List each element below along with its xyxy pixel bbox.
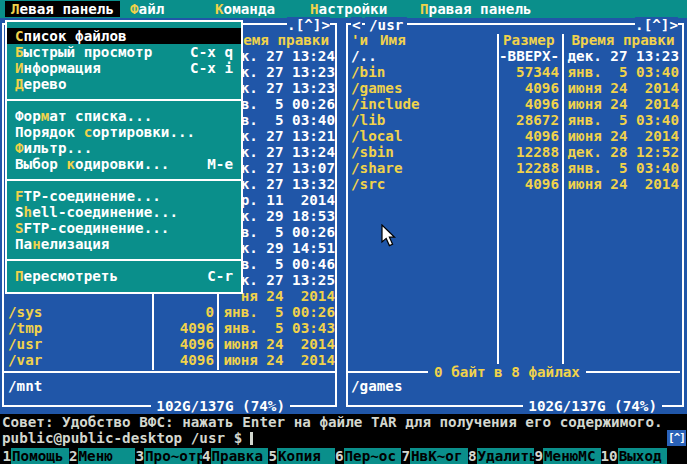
hotkey-letter: С xyxy=(15,28,24,44)
fkey-label: Меню xyxy=(78,448,136,464)
file-row[interactable]: /games4096июня 24 2014 xyxy=(343,80,687,96)
menu-item-shortcut: C-x q xyxy=(190,44,233,60)
menu-item[interactable]: Формат списка... xyxy=(7,108,241,124)
keybar-button-f6[interactable]: 6Пер~ос xyxy=(335,448,402,464)
menu-item[interactable]: Shell-соединение... xyxy=(7,204,241,220)
file-name: /local xyxy=(351,128,402,144)
menu-item[interactable]: SFTP-соединение... xyxy=(7,220,241,236)
keybar-button-f4[interactable]: 4Правка xyxy=(202,448,269,464)
fkey-number: 3 xyxy=(135,448,144,464)
column-header-mtime[interactable]: Время правки xyxy=(567,32,679,48)
file-row[interactable]: /var4096июня 24 2014 xyxy=(0,352,343,368)
file-row[interactable]: /src4096июня 24 2014 xyxy=(343,176,687,192)
fkey-number: 7 xyxy=(401,448,410,464)
file-size: 4096 xyxy=(154,320,214,336)
fkey-label: Пер~ос xyxy=(344,448,402,464)
file-size: 4096 xyxy=(154,352,214,368)
fkey-label: Правка xyxy=(211,448,269,464)
free-space-indicator: 102G/137G (74%) xyxy=(523,398,662,414)
command-line[interactable]: public@public-desktop /usr $ xyxy=(0,430,687,446)
menu-item[interactable]: Панелизация xyxy=(7,236,241,252)
function-key-bar: 1Помощь2Меню3Про~отр4Правка5Копия6Пер~ос… xyxy=(0,448,687,464)
keybar-button-f10[interactable]: 10Выход xyxy=(601,448,668,464)
file-row[interactable]: /sys0янв. 5 00:26 xyxy=(0,304,343,320)
file-name: /share xyxy=(351,160,402,176)
file-mtime: июня 24 2014 xyxy=(567,80,679,96)
menu-item[interactable]: Быстрый просмотрC-x q xyxy=(7,44,241,60)
menu-separator xyxy=(7,172,241,188)
menu-item-shortcut: C-x i xyxy=(190,60,233,76)
file-row[interactable]: /lib28672янв. 5 03:40 xyxy=(343,112,687,128)
file-name: /var xyxy=(8,352,42,368)
file-row[interactable]: /usr4096июня 24 2014 xyxy=(0,336,343,352)
right-file-panel: < /usr .[^]> 'и Имя Размер Время правки … xyxy=(343,18,687,414)
keybar-button-f2[interactable]: 2Меню xyxy=(69,448,136,464)
file-mtime: дек. 27 13:23 xyxy=(567,48,679,64)
menu-item[interactable]: Список файлов xyxy=(7,28,241,44)
fkey-label: Помощь xyxy=(11,448,69,464)
history-up-badge[interactable]: [^] xyxy=(667,430,686,446)
menu-item[interactable]: Выбор кодировки...M-e xyxy=(7,156,241,172)
file-name: /tmp xyxy=(8,320,42,336)
fkey-label: НвК~ог xyxy=(410,448,468,464)
file-size: 0 xyxy=(154,304,214,320)
file-size: 12288 xyxy=(499,160,559,176)
file-row[interactable]: /..-ВВЕРХ-дек. 27 13:23 xyxy=(343,48,687,64)
sort-indicator: 'и xyxy=(351,32,368,48)
file-row[interactable]: /local4096июня 24 2014 xyxy=(343,128,687,144)
file-mtime: июня 24 2014 xyxy=(567,96,679,112)
file-mtime: янв. 5 03:40 xyxy=(567,64,679,80)
keybar-button-f1[interactable]: 1Помощь xyxy=(2,448,69,464)
menubar-item[interactable]: Команда xyxy=(209,1,281,17)
keybar-button-f5[interactable]: 5Копия xyxy=(268,448,335,464)
file-size: 4096 xyxy=(499,96,559,112)
fkey-label: Удалить xyxy=(477,448,535,464)
file-size: 4096 xyxy=(499,176,559,192)
file-mtime: янв. 5 00:26 xyxy=(222,304,335,320)
menu-item[interactable]: Фильтр... xyxy=(7,140,241,156)
keybar-button-f9[interactable]: 9МенюМС xyxy=(534,448,601,464)
hotkey-letter: Д xyxy=(15,76,24,92)
column-header-name[interactable]: Имя xyxy=(380,32,406,48)
shell-prompt: public@public-desktop /usr $ xyxy=(2,430,242,446)
hotkey-letter: F xyxy=(15,188,24,204)
hotkey-letter: П xyxy=(420,1,429,17)
panel-path[interactable]: /usr xyxy=(365,17,407,33)
keybar-button-f3[interactable]: 3Про~отр xyxy=(135,448,202,464)
menu-item[interactable]: Порядок сортировки... xyxy=(7,124,241,140)
file-row[interactable]: /sbin12288дек. 28 12:52 xyxy=(343,144,687,160)
menu-item-shortcut: C-r xyxy=(207,268,233,284)
menu-separator xyxy=(7,252,241,268)
file-mtime: июня 24 2014 xyxy=(567,128,679,144)
hotkey-letter: Ф xyxy=(130,1,139,17)
menubar-item[interactable]: Левая панель xyxy=(5,1,120,17)
hotkey-letter: м xyxy=(41,108,50,124)
file-mtime: июня 24 2014 xyxy=(222,336,335,352)
menubar-item[interactable]: Настройки xyxy=(304,1,393,17)
file-row[interactable]: /bin57344янв. 5 03:40 xyxy=(343,64,687,80)
hotkey-letter: с xyxy=(84,124,93,140)
file-mtime: июня 24 2014 xyxy=(567,176,679,192)
menubar-item[interactable]: Файл xyxy=(124,1,170,17)
menu-item[interactable]: FTP-соединение... xyxy=(7,188,241,204)
file-name: /sbin xyxy=(351,144,394,160)
menubar: Левая панельФайлКомандаНастройкиПравая п… xyxy=(0,0,687,18)
fkey-number: 6 xyxy=(335,448,344,464)
file-row[interactable]: /tmp4096янв. 5 03:43 xyxy=(0,320,343,336)
hotkey-letter: н xyxy=(32,236,41,252)
history-back-button[interactable]: < xyxy=(351,17,362,33)
panel-corner-buttons[interactable]: .[^]> xyxy=(635,17,678,33)
menu-item[interactable]: ПересмотретьC-r xyxy=(7,268,241,284)
keybar-button-f8[interactable]: 8Удалить xyxy=(468,448,535,464)
hotkey-letter: К xyxy=(215,1,224,17)
text-cursor xyxy=(250,432,253,445)
panel-corner-buttons[interactable]: .[^]> xyxy=(287,17,330,33)
keybar-button-f7[interactable]: 7НвК~ог xyxy=(401,448,468,464)
file-row[interactable]: /share12288янв. 5 03:40 xyxy=(343,160,687,176)
menu-item[interactable]: ИнформацияC-x i xyxy=(7,60,241,76)
hotkey-letter: Л xyxy=(11,1,20,17)
column-header-size[interactable]: Размер xyxy=(503,32,554,48)
menubar-item[interactable]: Правая панель xyxy=(414,1,538,17)
file-row[interactable]: /include4096июня 24 2014 xyxy=(343,96,687,112)
menu-item[interactable]: Дерево xyxy=(7,76,241,92)
